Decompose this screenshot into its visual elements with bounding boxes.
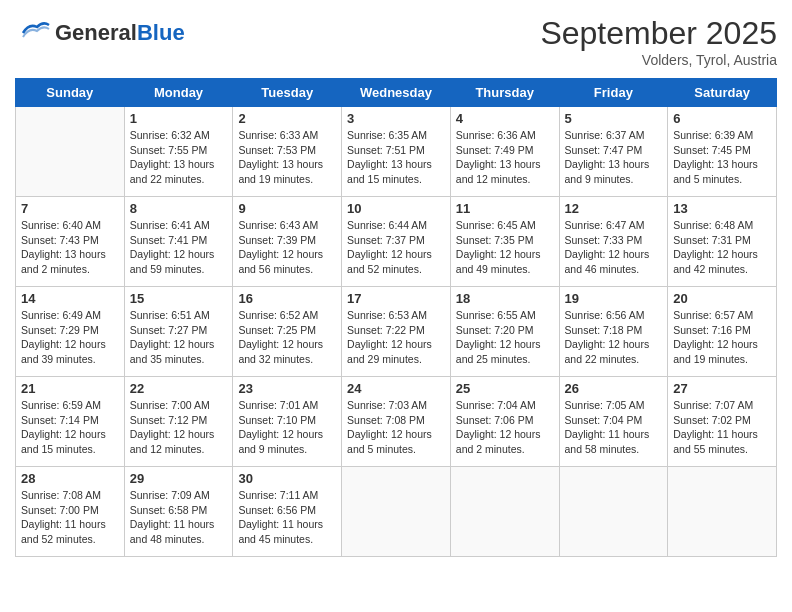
calendar-cell: 24Sunrise: 7:03 AM Sunset: 7:08 PM Dayli… (342, 377, 451, 467)
calendar-cell (668, 467, 777, 557)
calendar-cell: 14Sunrise: 6:49 AM Sunset: 7:29 PM Dayli… (16, 287, 125, 377)
day-number: 27 (673, 381, 771, 396)
day-number: 15 (130, 291, 228, 306)
day-info: Sunrise: 6:40 AM Sunset: 7:43 PM Dayligh… (21, 218, 119, 277)
day-info: Sunrise: 6:52 AM Sunset: 7:25 PM Dayligh… (238, 308, 336, 367)
calendar-cell: 2Sunrise: 6:33 AM Sunset: 7:53 PM Daylig… (233, 107, 342, 197)
day-info: Sunrise: 7:08 AM Sunset: 7:00 PM Dayligh… (21, 488, 119, 547)
day-info: Sunrise: 6:51 AM Sunset: 7:27 PM Dayligh… (130, 308, 228, 367)
day-info: Sunrise: 6:48 AM Sunset: 7:31 PM Dayligh… (673, 218, 771, 277)
week-row-5: 28Sunrise: 7:08 AM Sunset: 7:00 PM Dayli… (16, 467, 777, 557)
calendar-cell: 6Sunrise: 6:39 AM Sunset: 7:45 PM Daylig… (668, 107, 777, 197)
calendar-cell: 20Sunrise: 6:57 AM Sunset: 7:16 PM Dayli… (668, 287, 777, 377)
day-info: Sunrise: 6:36 AM Sunset: 7:49 PM Dayligh… (456, 128, 554, 187)
calendar-cell: 12Sunrise: 6:47 AM Sunset: 7:33 PM Dayli… (559, 197, 668, 287)
calendar-cell (450, 467, 559, 557)
day-info: Sunrise: 6:59 AM Sunset: 7:14 PM Dayligh… (21, 398, 119, 457)
day-info: Sunrise: 6:49 AM Sunset: 7:29 PM Dayligh… (21, 308, 119, 367)
calendar-cell (16, 107, 125, 197)
day-number: 19 (565, 291, 663, 306)
calendar-cell: 18Sunrise: 6:55 AM Sunset: 7:20 PM Dayli… (450, 287, 559, 377)
day-number: 24 (347, 381, 445, 396)
day-info: Sunrise: 6:44 AM Sunset: 7:37 PM Dayligh… (347, 218, 445, 277)
title-section: September 2025 Volders, Tyrol, Austria (540, 15, 777, 68)
header-cell-thursday: Thursday (450, 79, 559, 107)
day-info: Sunrise: 6:45 AM Sunset: 7:35 PM Dayligh… (456, 218, 554, 277)
day-number: 10 (347, 201, 445, 216)
day-info: Sunrise: 7:01 AM Sunset: 7:10 PM Dayligh… (238, 398, 336, 457)
header-cell-wednesday: Wednesday (342, 79, 451, 107)
day-info: Sunrise: 7:07 AM Sunset: 7:02 PM Dayligh… (673, 398, 771, 457)
day-info: Sunrise: 6:57 AM Sunset: 7:16 PM Dayligh… (673, 308, 771, 367)
week-row-2: 7Sunrise: 6:40 AM Sunset: 7:43 PM Daylig… (16, 197, 777, 287)
day-number: 22 (130, 381, 228, 396)
month-title: September 2025 (540, 15, 777, 52)
header-cell-friday: Friday (559, 79, 668, 107)
day-number: 14 (21, 291, 119, 306)
day-number: 11 (456, 201, 554, 216)
day-info: Sunrise: 7:09 AM Sunset: 6:58 PM Dayligh… (130, 488, 228, 547)
calendar-cell: 15Sunrise: 6:51 AM Sunset: 7:27 PM Dayli… (124, 287, 233, 377)
calendar-cell: 28Sunrise: 7:08 AM Sunset: 7:00 PM Dayli… (16, 467, 125, 557)
header-cell-monday: Monday (124, 79, 233, 107)
calendar-table: SundayMondayTuesdayWednesdayThursdayFrid… (15, 78, 777, 557)
day-number: 12 (565, 201, 663, 216)
calendar-cell: 22Sunrise: 7:00 AM Sunset: 7:12 PM Dayli… (124, 377, 233, 467)
day-number: 3 (347, 111, 445, 126)
day-number: 30 (238, 471, 336, 486)
logo-icon (15, 15, 51, 51)
calendar-cell: 29Sunrise: 7:09 AM Sunset: 6:58 PM Dayli… (124, 467, 233, 557)
day-number: 29 (130, 471, 228, 486)
day-info: Sunrise: 6:41 AM Sunset: 7:41 PM Dayligh… (130, 218, 228, 277)
calendar-cell: 17Sunrise: 6:53 AM Sunset: 7:22 PM Dayli… (342, 287, 451, 377)
calendar-cell: 7Sunrise: 6:40 AM Sunset: 7:43 PM Daylig… (16, 197, 125, 287)
calendar-cell (342, 467, 451, 557)
calendar-cell: 13Sunrise: 6:48 AM Sunset: 7:31 PM Dayli… (668, 197, 777, 287)
calendar-cell: 9Sunrise: 6:43 AM Sunset: 7:39 PM Daylig… (233, 197, 342, 287)
day-info: Sunrise: 6:55 AM Sunset: 7:20 PM Dayligh… (456, 308, 554, 367)
calendar-cell: 19Sunrise: 6:56 AM Sunset: 7:18 PM Dayli… (559, 287, 668, 377)
day-info: Sunrise: 7:00 AM Sunset: 7:12 PM Dayligh… (130, 398, 228, 457)
day-info: Sunrise: 6:47 AM Sunset: 7:33 PM Dayligh… (565, 218, 663, 277)
page-header: GeneralBlue September 2025 Volders, Tyro… (15, 15, 777, 68)
calendar-cell: 8Sunrise: 6:41 AM Sunset: 7:41 PM Daylig… (124, 197, 233, 287)
day-number: 8 (130, 201, 228, 216)
calendar-cell (559, 467, 668, 557)
location-label: Volders, Tyrol, Austria (540, 52, 777, 68)
day-number: 23 (238, 381, 336, 396)
week-row-1: 1Sunrise: 6:32 AM Sunset: 7:55 PM Daylig… (16, 107, 777, 197)
day-number: 6 (673, 111, 771, 126)
day-info: Sunrise: 7:05 AM Sunset: 7:04 PM Dayligh… (565, 398, 663, 457)
day-number: 25 (456, 381, 554, 396)
day-info: Sunrise: 7:11 AM Sunset: 6:56 PM Dayligh… (238, 488, 336, 547)
day-number: 20 (673, 291, 771, 306)
calendar-cell: 5Sunrise: 6:37 AM Sunset: 7:47 PM Daylig… (559, 107, 668, 197)
day-number: 9 (238, 201, 336, 216)
header-cell-tuesday: Tuesday (233, 79, 342, 107)
day-number: 17 (347, 291, 445, 306)
day-info: Sunrise: 6:33 AM Sunset: 7:53 PM Dayligh… (238, 128, 336, 187)
calendar-cell: 11Sunrise: 6:45 AM Sunset: 7:35 PM Dayli… (450, 197, 559, 287)
calendar-cell: 25Sunrise: 7:04 AM Sunset: 7:06 PM Dayli… (450, 377, 559, 467)
day-number: 5 (565, 111, 663, 126)
day-number: 1 (130, 111, 228, 126)
calendar-cell: 30Sunrise: 7:11 AM Sunset: 6:56 PM Dayli… (233, 467, 342, 557)
header-cell-saturday: Saturday (668, 79, 777, 107)
calendar-cell: 26Sunrise: 7:05 AM Sunset: 7:04 PM Dayli… (559, 377, 668, 467)
logo-text: GeneralBlue (55, 22, 185, 44)
day-info: Sunrise: 6:43 AM Sunset: 7:39 PM Dayligh… (238, 218, 336, 277)
week-row-4: 21Sunrise: 6:59 AM Sunset: 7:14 PM Dayli… (16, 377, 777, 467)
day-number: 18 (456, 291, 554, 306)
calendar-header: SundayMondayTuesdayWednesdayThursdayFrid… (16, 79, 777, 107)
day-info: Sunrise: 6:32 AM Sunset: 7:55 PM Dayligh… (130, 128, 228, 187)
header-cell-sunday: Sunday (16, 79, 125, 107)
calendar-cell: 21Sunrise: 6:59 AM Sunset: 7:14 PM Dayli… (16, 377, 125, 467)
logo: GeneralBlue (15, 15, 185, 51)
calendar-cell: 27Sunrise: 7:07 AM Sunset: 7:02 PM Dayli… (668, 377, 777, 467)
header-row: SundayMondayTuesdayWednesdayThursdayFrid… (16, 79, 777, 107)
calendar-cell: 1Sunrise: 6:32 AM Sunset: 7:55 PM Daylig… (124, 107, 233, 197)
calendar-cell: 10Sunrise: 6:44 AM Sunset: 7:37 PM Dayli… (342, 197, 451, 287)
day-number: 28 (21, 471, 119, 486)
day-info: Sunrise: 7:03 AM Sunset: 7:08 PM Dayligh… (347, 398, 445, 457)
day-number: 21 (21, 381, 119, 396)
